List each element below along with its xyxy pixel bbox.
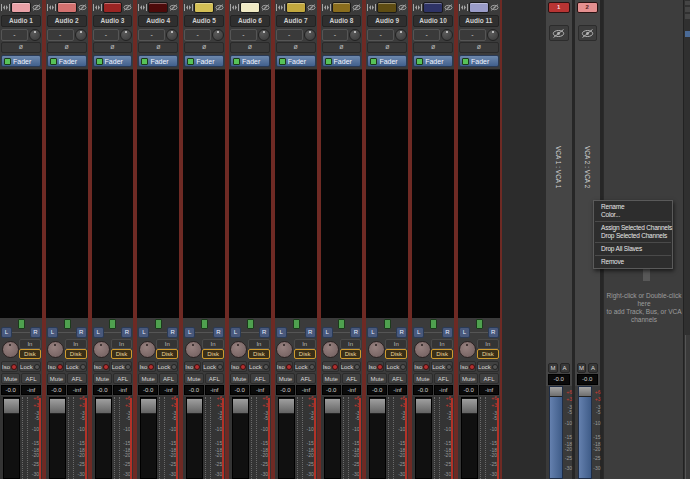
panner[interactable]: L R <box>137 318 179 338</box>
menu-item-remove[interactable]: Remove <box>594 258 672 266</box>
solo-lock-button[interactable]: Lock <box>248 361 270 372</box>
width-toggle-icon[interactable] <box>459 3 468 12</box>
gain-stage-button[interactable]: Fader <box>93 55 133 67</box>
vca-mute-button[interactable]: M <box>548 363 558 373</box>
fader-track[interactable] <box>369 397 386 479</box>
menu-item-assign-selected-channels[interactable]: Assign Selected Channels <box>594 224 672 232</box>
hide-strip-icon[interactable] <box>307 3 316 12</box>
phase-invert-button[interactable]: ø <box>367 42 407 53</box>
vca-body[interactable]: VCA 1 : VCA 1 <box>546 41 572 363</box>
peak-display[interactable]: -inf <box>296 385 315 395</box>
gain-display[interactable]: -0.0 <box>47 385 66 395</box>
fader-handle[interactable] <box>187 399 202 414</box>
track-name-button[interactable]: Audio 7 <box>276 15 316 27</box>
solo-lock-button[interactable]: Lock <box>340 361 362 372</box>
mute-button[interactable]: Mute <box>367 373 386 384</box>
width-toggle-icon[interactable] <box>184 3 193 12</box>
pan-right-button[interactable]: R <box>121 327 132 338</box>
pan-left-button[interactable]: L <box>184 327 195 338</box>
width-toggle-icon[interactable] <box>276 3 285 12</box>
width-toggle-icon[interactable] <box>367 3 376 12</box>
hide-strip-icon[interactable] <box>215 3 224 12</box>
fader-track[interactable] <box>140 397 157 479</box>
hide-strip-icon[interactable] <box>261 3 270 12</box>
monitor-disk-button[interactable]: Disk <box>65 349 87 359</box>
processor-box[interactable] <box>137 69 179 318</box>
input-trim-knob[interactable] <box>230 341 247 358</box>
pan-left-button[interactable]: L <box>47 327 58 338</box>
peak-display[interactable]: -inf <box>434 385 453 395</box>
track-color-cap[interactable] <box>103 2 123 13</box>
gain-display[interactable]: -0.0 <box>413 385 432 395</box>
gain-stage-button[interactable]: Fader <box>138 55 178 67</box>
gain-display[interactable]: -0.0 <box>1 385 20 395</box>
fader-handle[interactable] <box>4 399 19 414</box>
monitor-input-button[interactable]: In <box>385 339 407 349</box>
width-toggle-icon[interactable] <box>93 3 102 12</box>
pan-right-button[interactable]: R <box>213 327 224 338</box>
afl-button[interactable]: AFL <box>21 373 40 384</box>
panner[interactable]: L R <box>458 318 500 338</box>
pan-right-button[interactable]: R <box>30 327 41 338</box>
phase-invert-button[interactable]: ø <box>322 42 362 53</box>
peak-display[interactable]: -inf <box>250 385 269 395</box>
gain-display[interactable]: -0.0 <box>230 385 249 395</box>
solo-isolate-button[interactable]: Iso <box>276 361 293 372</box>
pan-left-button[interactable]: L <box>322 327 333 338</box>
pan-right-button[interactable]: R <box>442 327 453 338</box>
track-color-cap[interactable] <box>423 2 443 13</box>
solo-isolate-button[interactable]: Iso <box>413 361 430 372</box>
monitor-input-button[interactable]: In <box>65 339 87 349</box>
phase-invert-button[interactable]: ø <box>184 42 224 53</box>
gain-stage-button[interactable]: Fader <box>413 55 453 67</box>
input-trim-knob[interactable] <box>185 341 202 358</box>
vca-assign-button[interactable]: A <box>588 363 598 373</box>
track-name-button[interactable]: Audio 3 <box>93 15 133 27</box>
pan-left-button[interactable]: L <box>1 327 12 338</box>
solo-lock-button[interactable]: Lock <box>19 361 41 372</box>
menu-item-drop-selected-channels[interactable]: Drop Selected Channels <box>594 232 672 240</box>
pan-right-button[interactable]: R <box>488 327 499 338</box>
phase-invert-button[interactable]: ø <box>93 42 133 53</box>
solo-isolate-button[interactable]: Iso <box>138 361 155 372</box>
pan-right-button[interactable]: R <box>76 327 87 338</box>
panner[interactable]: L R <box>0 318 42 338</box>
gain-display[interactable]: -0.0 <box>367 385 386 395</box>
track-color-cap[interactable] <box>148 2 168 13</box>
monitor-disk-button[interactable]: Disk <box>111 349 133 359</box>
afl-button[interactable]: AFL <box>342 373 361 384</box>
trim-knob[interactable] <box>487 29 499 41</box>
gain-stage-button[interactable]: Fader <box>367 55 407 67</box>
input-button[interactable]: - <box>459 29 486 41</box>
solo-isolate-button[interactable]: Iso <box>322 361 339 372</box>
monitor-input-button[interactable]: In <box>431 339 453 349</box>
gain-stage-button[interactable]: Fader <box>276 55 316 67</box>
mute-button[interactable]: Mute <box>1 373 20 384</box>
fader-handle[interactable] <box>279 399 294 414</box>
peak-display[interactable]: -inf <box>113 385 132 395</box>
peak-display[interactable]: -inf <box>479 385 498 395</box>
solo-isolate-button[interactable]: Iso <box>47 361 64 372</box>
vca-mute-button[interactable]: M <box>577 363 587 373</box>
afl-button[interactable]: AFL <box>159 373 178 384</box>
processor-box[interactable] <box>458 69 500 318</box>
width-toggle-icon[interactable] <box>1 3 10 12</box>
gain-stage-button[interactable]: Fader <box>1 55 41 67</box>
trim-knob[interactable] <box>258 29 270 41</box>
pan-left-button[interactable]: L <box>93 327 104 338</box>
pan-left-button[interactable]: L <box>138 327 149 338</box>
menu-item-color[interactable]: Color... <box>594 211 672 219</box>
mute-button[interactable]: Mute <box>184 373 203 384</box>
mute-button[interactable]: Mute <box>93 373 112 384</box>
gain-stage-button[interactable]: Fader <box>184 55 224 67</box>
trim-knob[interactable] <box>75 29 87 41</box>
phase-invert-button[interactable]: ø <box>138 42 178 53</box>
gain-display[interactable]: -0.0 <box>459 385 478 395</box>
solo-lock-button[interactable]: Lock <box>202 361 224 372</box>
fader-handle[interactable] <box>141 399 156 414</box>
vca-assign-button[interactable]: A <box>560 363 570 373</box>
monitor-disk-button[interactable]: Disk <box>248 349 270 359</box>
track-color-cap[interactable] <box>194 2 214 13</box>
trim-knob[interactable] <box>349 29 361 41</box>
mute-button[interactable]: Mute <box>138 373 157 384</box>
